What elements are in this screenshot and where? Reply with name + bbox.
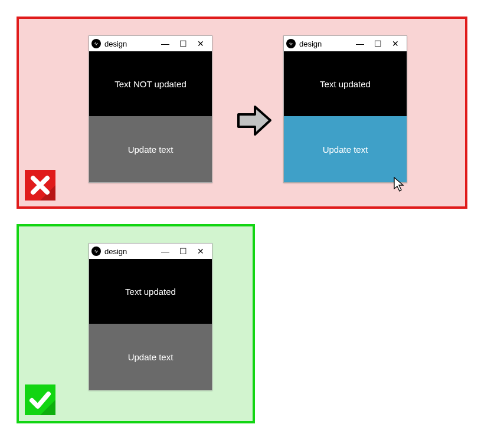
close-button[interactable]: ✕ <box>192 244 210 259</box>
app-window-after-wrong: design — ☐ ✕ Text updated Update text <box>283 35 407 183</box>
window-title: design <box>299 40 351 48</box>
check-icon <box>25 384 55 415</box>
minimize-button[interactable]: — <box>351 36 369 51</box>
status-label: Text updated <box>284 51 407 116</box>
app-window-before: design — ☐ ✕ Text NOT updated Update tex… <box>89 35 212 183</box>
minimize-button[interactable]: — <box>156 244 174 259</box>
cross-icon <box>25 170 55 201</box>
titlebar: design — ☐ ✕ <box>284 36 407 51</box>
wrong-example-panel: design — ☐ ✕ Text NOT updated Update tex… <box>17 17 467 209</box>
app-window-correct: design — ☐ ✕ Text updated Update text <box>89 243 212 390</box>
arrow-right-icon <box>237 104 273 137</box>
maximize-button[interactable]: ☐ <box>369 36 387 51</box>
update-text-button[interactable]: Update text <box>284 116 407 182</box>
window-title: design <box>104 40 156 48</box>
titlebar: design — ☐ ✕ <box>89 36 212 51</box>
maximize-button[interactable]: ☐ <box>174 244 192 259</box>
update-text-button[interactable]: Update text <box>89 324 212 390</box>
close-button[interactable]: ✕ <box>387 36 404 51</box>
design-app-icon <box>91 246 101 256</box>
design-app-icon <box>91 39 101 48</box>
window-title: design <box>104 247 156 256</box>
titlebar: design — ☐ ✕ <box>89 244 212 259</box>
cursor-icon <box>393 177 406 192</box>
status-label: Text NOT updated <box>89 51 212 116</box>
wrong-badge <box>25 170 55 201</box>
status-label: Text updated <box>89 259 212 324</box>
correct-example-panel: design — ☐ ✕ Text updated Update text <box>17 224 255 423</box>
design-app-icon <box>286 39 296 48</box>
minimize-button[interactable]: — <box>156 36 174 51</box>
update-text-button[interactable]: Update text <box>89 116 212 182</box>
maximize-button[interactable]: ☐ <box>174 36 192 51</box>
correct-badge <box>25 384 55 415</box>
close-button[interactable]: ✕ <box>192 36 210 51</box>
